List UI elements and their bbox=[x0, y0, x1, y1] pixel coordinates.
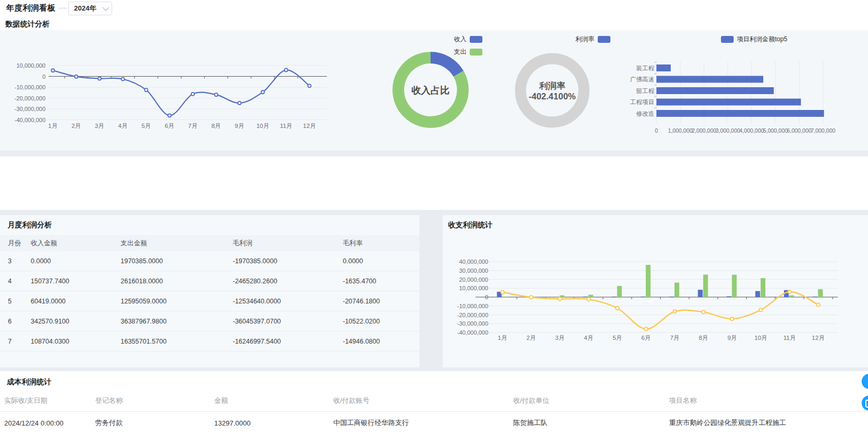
svg-text:10月: 10月 bbox=[257, 123, 269, 129]
svg-text:12月: 12月 bbox=[303, 123, 316, 129]
svg-text:11月: 11月 bbox=[783, 335, 796, 341]
stats-section-title: 数据统计分析 bbox=[5, 20, 50, 29]
card-label: 毛利润(元) bbox=[452, 164, 485, 174]
top5-legend[interactable]: 项目利润金额top5 bbox=[721, 35, 787, 44]
svg-text:-40,000,000: -40,000,000 bbox=[457, 329, 488, 336]
legend-item-expense[interactable]: 支出 bbox=[454, 48, 482, 57]
divider-band-1 bbox=[0, 151, 868, 156]
cost-table-row: 2024/12/24 0:00:00劳务付款13297.0000中国工商银行经华… bbox=[0, 412, 868, 434]
svg-text:4月: 4月 bbox=[584, 335, 593, 341]
profit-rate-donut-chart[interactable]: 利润率-402.4100% bbox=[514, 52, 591, 130]
legend-top5-label: 项目利润金额top5 bbox=[737, 35, 787, 44]
expense-swatch-icon bbox=[470, 49, 482, 56]
monthly-table-row: 6342570.910036387967.9800-36045397.0700-… bbox=[0, 311, 419, 331]
cell: 13297.0000 bbox=[210, 412, 329, 434]
cell: -36045397.0700 bbox=[225, 311, 335, 331]
svg-text:-30,000,000: -30,000,000 bbox=[14, 106, 45, 112]
project-profit-top5-chart[interactable]: 01,000,0002,000,0003,000,0004,000,0005,0… bbox=[608, 57, 862, 151]
svg-text:2月: 2月 bbox=[526, 335, 536, 341]
svg-text:8月: 8月 bbox=[699, 335, 708, 341]
card-annual-income: 年度收入(元) 30861213.3700 bbox=[2, 156, 214, 210]
profit-rate-legend[interactable]: 利润率 bbox=[575, 35, 610, 44]
income-expense-profit-chart[interactable]: 40,000,00030,000,00020,000,00010,000,000… bbox=[443, 215, 868, 367]
svg-text:0: 0 bbox=[42, 73, 45, 80]
legend-income-label: 收入 bbox=[454, 35, 467, 44]
cost-table-header: 实际收/支日期登记名称金额收/付款账号收/付款单位项目名称 bbox=[0, 390, 868, 412]
monthly-table-row: 30.00001970385.0000-1970385.00000.0000 bbox=[0, 251, 419, 271]
card-value: 153998996.1200 bbox=[223, 184, 434, 199]
monthly-profit-panel: 月度利润分析 月份收入金额支出金额毛利润毛利率 30.00001970385.0… bbox=[0, 215, 419, 367]
year-select-dropdown[interactable]: 2024年 bbox=[68, 2, 112, 15]
profit-rate-swatch-icon bbox=[598, 36, 610, 43]
legend-profit-rate-label: 利润率 bbox=[575, 35, 595, 44]
svg-text:4,000,000: 4,000,000 bbox=[739, 127, 764, 134]
card-value: -399.0000 bbox=[664, 184, 868, 199]
svg-text:工程项目: 工程项目 bbox=[630, 99, 654, 105]
monthly-profit-title: 月度利润分析 bbox=[7, 220, 52, 230]
cell: -10522.0200 bbox=[335, 311, 419, 331]
donut-slice-收入 bbox=[431, 58, 459, 74]
hbar-grid: 01,000,0002,000,0003,000,0004,000,0005,0… bbox=[655, 61, 835, 134]
svg-text:1,000,000: 1,000,000 bbox=[668, 127, 693, 134]
hbar-广佛高速 bbox=[656, 76, 763, 83]
monthly-table-row: 7108704.030016355701.5700-16246997.5400-… bbox=[0, 331, 419, 352]
svg-text:40,000,000: 40,000,000 bbox=[459, 258, 488, 265]
card-value: -123137782.7500 bbox=[443, 184, 655, 199]
svg-text:2月: 2月 bbox=[71, 123, 81, 129]
svg-text:7月: 7月 bbox=[188, 123, 198, 129]
card-profit-rate: 利润率 -399.0000 bbox=[664, 156, 868, 210]
cell: -2465280.2600 bbox=[225, 271, 335, 291]
divider-band-3 bbox=[0, 367, 868, 371]
card-label: 年度收入(元) bbox=[11, 164, 51, 174]
cell: -12534640.0000 bbox=[225, 291, 335, 311]
svg-text:广佛高速: 广佛高速 bbox=[630, 76, 654, 82]
cell: 60419.0000 bbox=[23, 291, 113, 311]
svg-text:-30,000,000: -30,000,000 bbox=[457, 320, 488, 327]
svg-text:9月: 9月 bbox=[727, 335, 737, 341]
cell: 5 bbox=[0, 291, 23, 311]
cell: 0.0000 bbox=[23, 251, 113, 271]
legend-item-income[interactable]: 收入 bbox=[454, 35, 482, 44]
monthly-table-header: 月份收入金额支出金额毛利润毛利率 bbox=[0, 235, 419, 251]
combo-markers bbox=[501, 290, 820, 331]
stat-cards-row: 年度收入(元) 30861213.3700 年度支出(元) 153998996.… bbox=[0, 156, 868, 210]
svg-text:1月: 1月 bbox=[48, 123, 58, 129]
svg-text:利润率: 利润率 bbox=[538, 81, 565, 90]
svg-text:5月: 5月 bbox=[141, 123, 151, 129]
column-header: 项目名称 bbox=[665, 390, 868, 412]
cell: -16246997.5400 bbox=[225, 331, 335, 352]
svg-text:6月: 6月 bbox=[641, 335, 651, 341]
svg-text:30,000,000: 30,000,000 bbox=[459, 267, 488, 274]
card-value: 30861213.3700 bbox=[2, 184, 214, 199]
svg-text:修改造: 修改造 bbox=[636, 110, 655, 117]
svg-text:1月: 1月 bbox=[498, 335, 507, 341]
column-header: 月份 bbox=[0, 235, 23, 251]
card-gross-profit: 毛利润(元) -123137782.7500 bbox=[443, 156, 655, 210]
cell: 0.0000 bbox=[335, 251, 419, 271]
chevron-down-icon bbox=[102, 4, 109, 11]
stats-charts-panel: 10,000,0000-10,000,000-20,000,000-30,000… bbox=[0, 30, 868, 151]
page-title: 年度利润看板 bbox=[6, 3, 56, 13]
svg-text:3月: 3月 bbox=[555, 335, 565, 341]
cell: 劳务付款 bbox=[91, 412, 210, 434]
income-ratio-donut-chart[interactable]: 收入占比 bbox=[391, 50, 471, 131]
column-header: 收入金额 bbox=[23, 235, 113, 251]
svg-text:7月: 7月 bbox=[670, 335, 680, 341]
cell: 108704.0300 bbox=[23, 331, 113, 352]
top-bar: 年度利润看板 2024年 bbox=[0, 0, 868, 17]
cost-profit-panel: 成本利润统计 实际收/支日期登记名称金额收/付款账号收/付款单位项目名称 202… bbox=[0, 371, 868, 434]
svg-text:5,000,000: 5,000,000 bbox=[763, 127, 788, 134]
cell: 12595059.0000 bbox=[113, 291, 225, 311]
top5-swatch-icon bbox=[721, 36, 734, 43]
cell: 16355701.5700 bbox=[113, 331, 225, 352]
cell: -20746.1800 bbox=[335, 291, 419, 311]
svg-text:4月: 4月 bbox=[118, 123, 127, 129]
cell: 6 bbox=[0, 311, 23, 331]
cell: -14946.0800 bbox=[335, 331, 419, 352]
cell: 重庆市鹅岭公园绿化景观提升工程施工 bbox=[665, 412, 868, 434]
cell: 4 bbox=[0, 271, 23, 291]
column-header: 实际收/支日期 bbox=[0, 390, 91, 412]
svg-text:-402.4100%: -402.4100% bbox=[529, 91, 576, 101]
cell: 陈贺施工队 bbox=[509, 412, 665, 434]
monthly-profit-line-chart[interactable]: 10,000,0000-10,000,000-20,000,000-30,000… bbox=[0, 30, 349, 151]
